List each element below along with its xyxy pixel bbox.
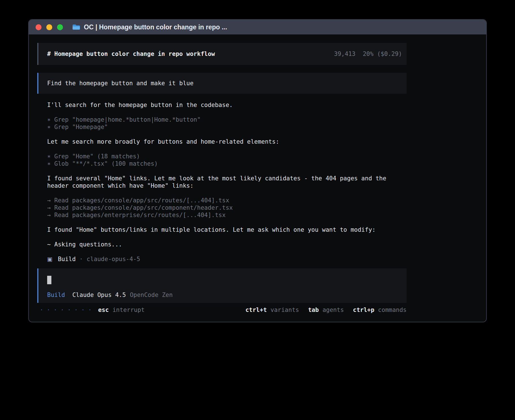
- window-controls: [36, 24, 63, 30]
- tool-call-read: → Read packages/console/app/src/componen…: [47, 204, 407, 211]
- context-usage: 20% ($0.29): [363, 51, 402, 57]
- agent-badge: ▣ Build · claude-opus-4-5: [47, 255, 407, 263]
- assistant-text: I found "Home" buttons/links in multiple…: [47, 226, 407, 233]
- assistant-text: I found several "Home" links. Let me loo…: [47, 175, 407, 189]
- tool-call-group: ∗ Grep "homepage|home.*button|Home.*butt…: [47, 116, 407, 131]
- folder-icon: [72, 24, 80, 30]
- tool-call-read: → Read packages/enterprise/src/routes/[.…: [47, 211, 407, 219]
- input-model-label: Claude Opus 4.5: [72, 292, 126, 298]
- tool-call-group: ∗ Grep "Home" (18 matches) ∗ Glob "**/*.…: [47, 153, 407, 167]
- window-title: OC | Homepage button color change in rep…: [84, 23, 227, 31]
- session-title: # Homepage button color change in repo w…: [47, 51, 215, 57]
- assistant-text: I'll search for the homepage button in t…: [47, 101, 407, 109]
- assistant-text: Let me search more broadly for buttons a…: [47, 138, 407, 145]
- prompt-input[interactable]: Build Claude Opus 4.5 OpenCode Zen: [37, 268, 407, 303]
- minimize-button[interactable]: [46, 24, 52, 30]
- ctrl-t-key-hint: ctrl+t: [245, 306, 267, 314]
- tool-call-grep: ∗ Grep "homepage|home.*button|Home.*butt…: [47, 116, 407, 123]
- session-header: # Homepage button color change in repo w…: [37, 43, 407, 65]
- input-provider-label: OpenCode Zen: [130, 292, 173, 298]
- tool-call-glob: ∗ Glob "**/*.tsx" (100 matches): [47, 160, 407, 167]
- agents-label: agents: [322, 306, 344, 314]
- terminal-window: OC | Homepage button color change in rep…: [28, 19, 487, 322]
- shortcut-agents: tab agents: [308, 306, 344, 314]
- window-titlebar[interactable]: OC | Homepage button color change in rep…: [29, 20, 486, 34]
- input-status-row: Build Claude Opus 4.5 OpenCode Zen: [47, 292, 407, 298]
- window-title-group: OC | Homepage button color change in rep…: [72, 23, 227, 31]
- status-bar: · · · · · · · · esc interrupt ctrl+t var…: [37, 306, 407, 314]
- spinner-icon: · · · · · · · ·: [40, 306, 92, 314]
- assistant-status: ~ Asking questions...: [47, 241, 407, 248]
- tool-call-group: → Read packages/console/app/src/routes/[…: [47, 197, 407, 219]
- tab-key-hint: tab: [308, 306, 319, 314]
- agent-name: Build: [58, 255, 76, 263]
- agent-icon: ▣: [47, 255, 53, 263]
- input-agent-label: Build: [47, 292, 65, 298]
- session-metrics: 39,413 20% ($0.29): [334, 51, 402, 57]
- user-message: Find the homepage button and make it blu…: [37, 73, 407, 94]
- agent-separator: ·: [79, 255, 83, 263]
- zoom-button[interactable]: [57, 24, 63, 30]
- user-message-text: Find the homepage button and make it blu…: [47, 80, 193, 87]
- tool-call-grep: ∗ Grep "Homepage": [47, 123, 407, 131]
- ctrl-p-key-hint: ctrl+p: [353, 306, 374, 314]
- shortcut-variants: ctrl+t variants: [245, 306, 299, 314]
- esc-key-hint: esc: [98, 306, 109, 314]
- tool-call-grep: ∗ Grep "Home" (18 matches): [47, 153, 407, 160]
- text-cursor-icon: [47, 276, 51, 284]
- agent-model: claude-opus-4-5: [87, 255, 140, 263]
- variants-label: variants: [270, 306, 299, 314]
- tool-call-read: → Read packages/console/app/src/routes/[…: [47, 197, 407, 204]
- shortcut-commands: ctrl+p commands: [353, 306, 407, 314]
- commands-label: commands: [378, 306, 407, 314]
- assistant-transcript: I'll search for the homepage button in t…: [37, 101, 407, 263]
- close-button[interactable]: [36, 24, 42, 30]
- interrupt-label: interrupt: [112, 306, 145, 314]
- token-count: 39,413: [334, 51, 355, 57]
